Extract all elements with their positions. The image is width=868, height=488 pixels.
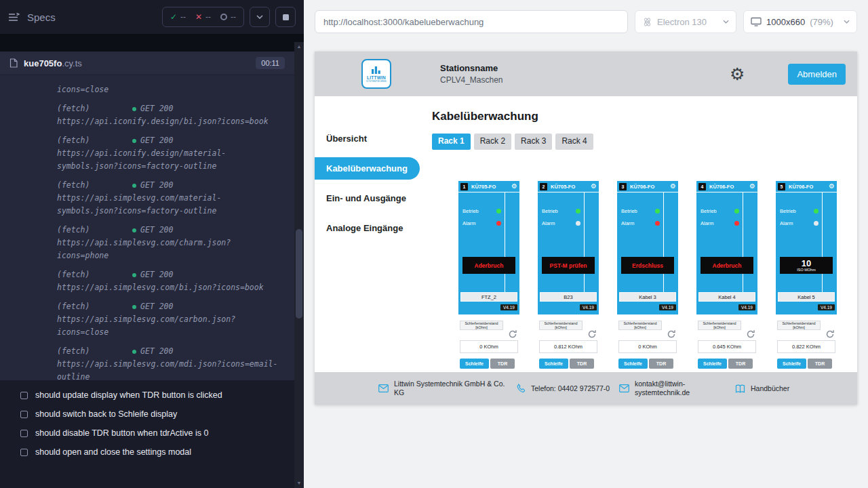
- test-stats[interactable]: ✓-- ✕-- --: [162, 7, 244, 27]
- footer-company: Littwin Systemtechnik GmbH & Co. KG: [378, 380, 509, 397]
- card-settings-icon[interactable]: ⚙: [511, 183, 517, 190]
- card-settings-icon[interactable]: ⚙: [670, 183, 676, 190]
- card-settings-icon[interactable]: ⚙: [829, 183, 835, 190]
- cable-name: Kabel 3: [619, 292, 676, 302]
- log-status: GET 200: [140, 345, 173, 358]
- spec-name: kue705fo.cy.ts: [24, 58, 82, 68]
- alarm-row: Alarm: [458, 219, 505, 227]
- stop-button[interactable]: [275, 7, 296, 27]
- log-status: GET 200: [140, 102, 173, 115]
- status-display: PST-M prüfen: [542, 257, 595, 274]
- measurement-label: Schleifenwiderstand [kOhm]: [777, 321, 821, 330]
- nav-item-kabelueberwachung[interactable]: Kabelüberwachung: [315, 157, 420, 180]
- scrollbar-thumb[interactable]: [296, 229, 302, 319]
- tdr-button[interactable]: TDR: [570, 359, 594, 369]
- tab-rack-2[interactable]: Rack 2: [474, 134, 511, 150]
- card-buttons: Schleife TDR: [698, 359, 753, 369]
- app-header: LITTWIN SYSTEMTECHNIK Stationsname CPLV4…: [315, 52, 857, 96]
- url-input[interactable]: [315, 10, 628, 33]
- status-display: Aderbruch: [701, 257, 753, 274]
- viewport-icon: [751, 17, 762, 26]
- log-entry[interactable]: (fetch) GET 200 https://api.simplesvg.co…: [57, 300, 278, 339]
- cable-name: Kabel 4: [698, 292, 755, 302]
- refresh-icon[interactable]: [746, 329, 755, 339]
- status-display: Erdschluss: [621, 257, 674, 274]
- refresh-icon[interactable]: [667, 329, 676, 339]
- spec-header[interactable]: kue705fo.cy.ts 00:11: [0, 52, 294, 75]
- tdr-button[interactable]: TDR: [490, 359, 515, 369]
- browser-select[interactable]: Electron 130: [635, 10, 736, 33]
- tab-rack-3[interactable]: Rack 3: [515, 134, 552, 150]
- card-divider: [743, 192, 743, 292]
- card-settings-icon[interactable]: ⚙: [591, 183, 597, 190]
- test-row[interactable]: should disable TDR button when tdrActive…: [0, 424, 294, 443]
- device-cards: 1 KÜ705-FO ⚙ Betrieb Ala: [458, 181, 857, 384]
- passed-icon: ✓: [170, 12, 177, 22]
- nav-item-analoge-eingaenge[interactable]: Analoge Eingänge: [315, 217, 420, 239]
- alarm-label: Alarm: [542, 220, 555, 226]
- runner-scrollbar[interactable]: ▲ ▼: [294, 42, 304, 488]
- card-divider: [663, 192, 664, 292]
- log-entry[interactable]: (fetch) GET 200 https://api.iconify.desi…: [57, 134, 278, 173]
- cable-name: B23: [540, 292, 597, 302]
- settings-gear-icon[interactable]: ⚙: [730, 66, 745, 83]
- scroll-down-icon[interactable]: ▼: [294, 479, 304, 488]
- log-prefix: (fetch): [57, 345, 132, 358]
- stat-passed: ✓--: [170, 12, 186, 22]
- test-row[interactable]: should update display when TDR button is…: [0, 386, 294, 405]
- log-prefix: (fetch): [57, 268, 132, 281]
- specs-menu-icon[interactable]: [8, 13, 20, 22]
- tab-rack-1[interactable]: Rack 1: [432, 134, 471, 150]
- log-status: GET 200: [140, 134, 173, 147]
- test-row[interactable]: should open and close the settings modal: [0, 443, 294, 462]
- log-entry[interactable]: (fetch) GET 200 https://api.simplesvg.co…: [57, 268, 278, 294]
- schleife-button[interactable]: Schleife: [618, 359, 648, 369]
- card-model-label: KÜ706-FO: [630, 184, 654, 190]
- log-url: https://api.iconify.design/material-symb…: [57, 147, 278, 173]
- tab-rack-4[interactable]: Rack 4: [555, 134, 593, 150]
- card-buttons: Schleife TDR: [777, 359, 832, 369]
- footer-manuals[interactable]: Handbücher: [735, 384, 789, 393]
- betrieb-led: [496, 209, 501, 214]
- log-entry[interactable]: (fetch) GET 200 https://api.simplesvg.co…: [57, 345, 278, 380]
- schleife-button[interactable]: Schleife: [777, 359, 806, 369]
- card-header: 4 KÜ706-FO ⚙: [696, 181, 757, 192]
- refresh-icon[interactable]: [508, 329, 517, 339]
- log-entry[interactable]: (fetch) GET 200 https://api.iconify.desi…: [57, 102, 278, 128]
- tdr-button[interactable]: TDR: [808, 359, 832, 369]
- card-buttons: Schleife TDR: [618, 359, 673, 369]
- tdr-button[interactable]: TDR: [728, 359, 753, 369]
- request-status-dot: [132, 350, 136, 354]
- nav-item-ein-und-ausgaenge[interactable]: Ein- und Ausgänge: [315, 187, 420, 209]
- schleife-button[interactable]: Schleife: [539, 359, 568, 369]
- betrieb-row: Betrieb: [696, 207, 743, 215]
- log-entry[interactable]: icons=close: [57, 83, 278, 96]
- schleife-button[interactable]: Schleife: [460, 359, 489, 369]
- status-display: Aderbruch: [462, 257, 515, 274]
- log-url: https://api.simplesvg.com/carbon.json?ic…: [57, 313, 278, 339]
- request-status-dot: [132, 107, 136, 111]
- scroll-up-icon[interactable]: ▲: [294, 42, 304, 52]
- collapse-button[interactable]: [250, 7, 270, 27]
- nav-item-uebersicht[interactable]: Übersicht: [315, 127, 420, 150]
- card-model-label: KÜ705-FO: [471, 184, 496, 190]
- schleife-button[interactable]: Schleife: [698, 359, 727, 369]
- alarm-led: [734, 221, 739, 226]
- measurement-value: 0 KOhm: [618, 340, 677, 353]
- cable-name: FTZ_2: [460, 292, 517, 302]
- test-title: should switch back to Schleife display: [35, 409, 177, 419]
- viewport-select[interactable]: 1000x660 (79%): [743, 10, 857, 33]
- tdr-button[interactable]: TDR: [649, 359, 673, 369]
- status-text: 10: [802, 259, 811, 268]
- logout-button[interactable]: Abmelden: [788, 64, 846, 85]
- refresh-icon[interactable]: [825, 329, 835, 339]
- refresh-icon[interactable]: [587, 329, 597, 339]
- card-settings-icon[interactable]: ⚙: [749, 183, 755, 190]
- log-entry[interactable]: (fetch) GET 200 https://api.simplesvg.co…: [57, 179, 278, 218]
- footer-email-text: kontakt@littwin-systemtechnik.de: [635, 380, 728, 397]
- betrieb-label: Betrieb: [621, 208, 637, 214]
- log-entry[interactable]: (fetch) GET 200 https://api.simplesvg.co…: [57, 224, 278, 262]
- alarm-led: [576, 221, 580, 226]
- main-content: Kabelüberwachung Rack 1 Rack 2 Rack 3 Ra…: [420, 96, 857, 372]
- test-row[interactable]: should switch back to Schleife display: [0, 405, 294, 424]
